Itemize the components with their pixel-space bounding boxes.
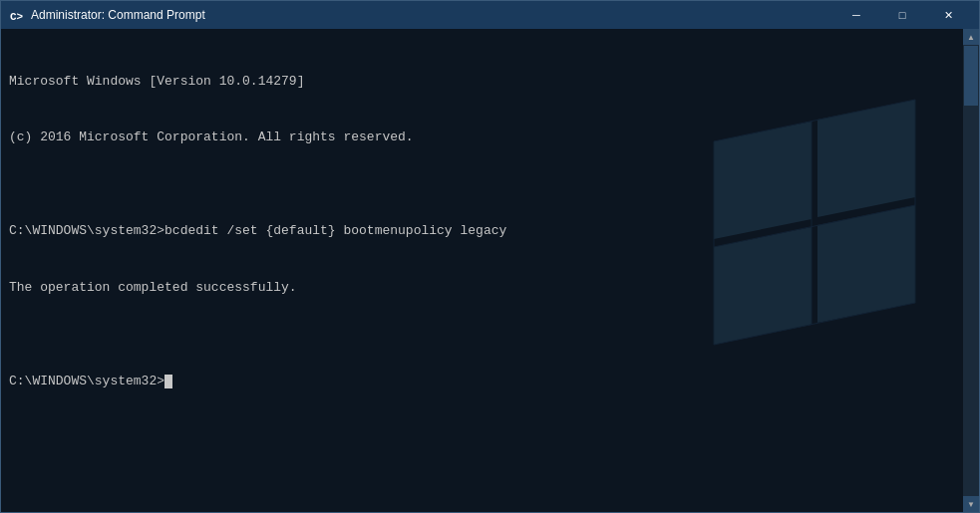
main-area: Microsoft Windows [Version 10.0.14279] (… bbox=[1, 29, 979, 512]
terminal[interactable]: Microsoft Windows [Version 10.0.14279] (… bbox=[1, 29, 963, 512]
minimize-button[interactable]: ─ bbox=[833, 1, 879, 29]
terminal-cursor bbox=[164, 375, 172, 388]
scrollbar-down-button[interactable]: ▼ bbox=[963, 496, 979, 512]
close-button[interactable]: ✕ bbox=[925, 1, 971, 29]
title-bar-controls: ─ □ ✕ bbox=[833, 1, 971, 29]
title-bar: C> Administrator: Command Prompt ─ □ ✕ bbox=[1, 1, 979, 29]
terminal-line-4: C:\WINDOWS\system32>bcdedit /set {defaul… bbox=[9, 222, 955, 241]
terminal-line-1: Microsoft Windows [Version 10.0.14279] bbox=[9, 73, 955, 92]
maximize-button[interactable]: □ bbox=[879, 1, 925, 29]
svg-text:C>: C> bbox=[10, 11, 24, 23]
scrollbar-thumb[interactable] bbox=[964, 46, 978, 106]
cmd-icon: C> bbox=[9, 7, 25, 23]
scrollbar-track[interactable] bbox=[963, 45, 979, 496]
scrollbar-up-button[interactable]: ▲ bbox=[963, 29, 979, 45]
terminal-output: Microsoft Windows [Version 10.0.14279] (… bbox=[9, 35, 955, 429]
window: C> Administrator: Command Prompt ─ □ ✕ bbox=[0, 0, 980, 513]
title-bar-text: Administrator: Command Prompt bbox=[31, 8, 833, 22]
terminal-line-2: (c) 2016 Microsoft Corporation. All righ… bbox=[9, 128, 955, 147]
scrollbar: ▲ ▼ bbox=[963, 29, 979, 512]
terminal-line-5: The operation completed successfully. bbox=[9, 279, 955, 298]
terminal-line-7: C:\WINDOWS\system32> bbox=[9, 373, 955, 391]
